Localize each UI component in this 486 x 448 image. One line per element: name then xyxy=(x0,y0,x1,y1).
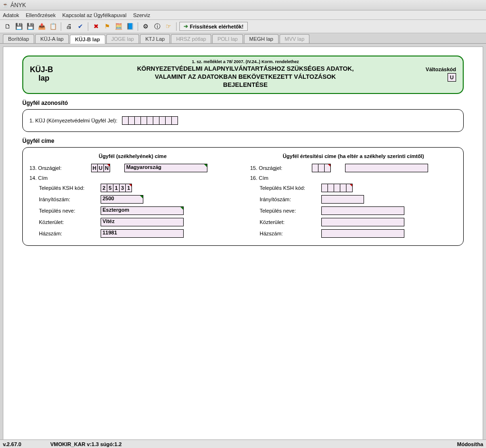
kuj-cell[interactable] xyxy=(171,116,178,125)
header-title-1: KÖRNYEZETVÉDELMI ALAPNYILVÁNTARTÁSHOZ SZ… xyxy=(82,65,409,72)
ksh-b-cells[interactable] xyxy=(321,184,353,192)
ksh-cell[interactable] xyxy=(340,184,346,192)
hsz-a-input[interactable]: 11981 xyxy=(101,229,184,238)
header-center: 1. sz. melléklet a 78/ 2007. (IV.24..) K… xyxy=(82,59,409,88)
col-a-title: Ügyfél (székhelyének) címe xyxy=(29,153,236,159)
kuj-cell[interactable] xyxy=(153,116,159,125)
menu-ellenorzesek[interactable]: Ellenőrzések xyxy=(26,12,56,18)
ksh-a-cells[interactable]: 2 5 1 3 1 xyxy=(101,184,132,192)
book-icon[interactable]: 📘 xyxy=(125,22,135,31)
ksh-cell[interactable] xyxy=(327,184,334,192)
orszagjel-a-cells[interactable]: H U N xyxy=(91,164,110,172)
col-b-title: Ügyfél értesítési címe (ha eltér a székh… xyxy=(250,153,457,159)
kuj-cell[interactable] xyxy=(128,116,135,125)
ksh-cell[interactable]: 2 xyxy=(101,184,107,192)
gear-icon[interactable]: ⚙ xyxy=(141,22,150,31)
telep-a-input[interactable]: Esztergom xyxy=(101,206,184,215)
menu-szerviz[interactable]: Szerviz xyxy=(133,12,150,18)
kozt-a-label: Közterület: xyxy=(29,219,101,225)
hsz-b-input[interactable] xyxy=(321,229,404,238)
tab-megh[interactable]: MEGH lap xyxy=(244,34,279,43)
oj-cell[interactable]: H xyxy=(91,164,98,172)
kuj-label: 1. KÜJ (Környezetvédelmi Ügyfél Jel): xyxy=(29,118,117,123)
telep-a-label: Település neve: xyxy=(29,208,101,214)
tab-kuj-a[interactable]: KÜJ-A lap xyxy=(35,34,69,43)
ksh-cell[interactable] xyxy=(334,184,340,192)
ksh-cell[interactable] xyxy=(346,184,353,192)
new-icon[interactable]: 🗋 xyxy=(3,22,12,31)
print-icon[interactable]: 🖨 xyxy=(64,22,74,31)
telep-b-input[interactable] xyxy=(321,206,404,215)
valtozaskod-label: Változáskód xyxy=(409,66,456,72)
tab-hrsz[interactable]: HRSZ pótlap xyxy=(171,34,211,43)
kuj-cell[interactable] xyxy=(134,116,141,125)
toolbar-sep-2 xyxy=(88,22,88,31)
tab-boritolap[interactable]: Borítólap xyxy=(3,34,34,43)
ksh-b-label: Település KSH kód: xyxy=(250,185,321,191)
oj-cell[interactable] xyxy=(318,164,325,172)
delete-icon[interactable]: ✖ xyxy=(91,22,101,31)
orszagjel-a-label: 13. Országjel: xyxy=(29,165,91,171)
kuj-cell[interactable] xyxy=(159,116,166,125)
toolbar: 🗋 💾 💾 📤 📋 🖨 ✔ ✖ ⚑ 🧮 📘 ⚙ ⓘ ☞ ➔ Frissítése… xyxy=(0,20,486,33)
tab-mvv[interactable]: MVV lap xyxy=(280,34,310,43)
oj-cell[interactable] xyxy=(312,164,318,172)
ksh-a-label: Település KSH kód: xyxy=(29,185,101,191)
irsz-b-input[interactable] xyxy=(321,195,364,204)
ksh-cell[interactable] xyxy=(321,184,328,192)
ksh-cell[interactable]: 3 xyxy=(119,184,126,192)
kozt-a-input[interactable]: Vitéz xyxy=(101,218,184,226)
ksh-cell[interactable]: 5 xyxy=(107,184,113,192)
kuj-cells[interactable] xyxy=(122,116,178,125)
orszagjel-b-cells[interactable] xyxy=(312,164,331,172)
valtozaskod-value[interactable]: U xyxy=(448,73,456,82)
orszag-b-input[interactable] xyxy=(345,164,428,172)
flag-icon[interactable]: ⚑ xyxy=(103,22,112,31)
oj-cell[interactable]: N xyxy=(103,164,110,172)
tab-ktj[interactable]: KTJ Lap xyxy=(140,34,170,43)
ksh-cell[interactable]: 1 xyxy=(125,184,132,192)
kuj-cell[interactable] xyxy=(140,116,147,125)
kuj-cell[interactable] xyxy=(147,116,153,125)
tab-joge[interactable]: JOGE lap xyxy=(106,34,140,43)
menu-kapcsolat[interactable]: Kapcsolat az Ügyfélkapuval xyxy=(62,12,126,18)
header-left-line2: lap xyxy=(30,74,82,83)
status-mode: Módosítha xyxy=(457,441,483,447)
refresh-button[interactable]: ➔ Frissítések elérhetők! xyxy=(179,22,248,31)
hsz-a-label: Házszám: xyxy=(29,231,101,236)
status-version: v.2.67.0 xyxy=(3,441,50,447)
hsz-b-label: Házszám: xyxy=(250,231,321,236)
save-as-icon[interactable]: 💾 xyxy=(26,22,35,31)
kozt-b-input[interactable] xyxy=(321,218,404,226)
cim-a-label: 14. Cím xyxy=(29,175,91,181)
orszag-a-input[interactable]: Magyarország xyxy=(124,164,207,172)
kozt-b-label: Közterület: xyxy=(250,219,321,225)
azonosito-box: 1. KÜJ (Környezetvédelmi Ügyfél Jel): xyxy=(22,109,464,132)
calc-icon[interactable]: 🧮 xyxy=(114,22,123,31)
window-title: ÁNYK xyxy=(10,2,26,9)
oj-cell[interactable]: U xyxy=(97,164,104,172)
exit-icon[interactable]: ☞ xyxy=(164,22,173,31)
telep-b-label: Település neve: xyxy=(250,208,321,214)
header-right: Változáskód U xyxy=(409,66,456,82)
tab-kuj-b[interactable]: KÜJ-B lap xyxy=(70,35,105,44)
ksh-cell[interactable]: 1 xyxy=(113,184,120,192)
app-icon: ☕ xyxy=(2,2,9,9)
kuj-cell[interactable] xyxy=(122,116,129,125)
irsz-a-input[interactable]: 2500 xyxy=(101,195,143,204)
refresh-label: Frissítések elérhetők! xyxy=(190,24,243,29)
form-header: KÜJ-B lap 1. sz. melléklet a 78/ 2007. (… xyxy=(22,56,464,94)
col-ertesitesi: Ügyfél értesítési címe (ha eltér a székh… xyxy=(250,153,457,241)
toolbar-sep xyxy=(61,22,61,31)
oj-cell[interactable] xyxy=(324,164,331,172)
menubar: Adatok Ellenőrzések Kapcsolat az Ügyfélk… xyxy=(0,10,486,20)
tab-poli[interactable]: POLI lap xyxy=(212,34,243,43)
save-icon[interactable]: 💾 xyxy=(14,22,24,31)
export-icon[interactable]: 📤 xyxy=(37,22,47,31)
menu-adatok[interactable]: Adatok xyxy=(3,12,19,18)
info-icon[interactable]: ⓘ xyxy=(152,22,162,31)
check-icon[interactable]: ✔ xyxy=(75,22,85,31)
clipboard-icon[interactable]: 📋 xyxy=(48,22,58,31)
form-page: KÜJ-B lap 1. sz. melléklet a 78/ 2007. (… xyxy=(3,47,483,445)
kuj-cell[interactable] xyxy=(165,116,172,125)
